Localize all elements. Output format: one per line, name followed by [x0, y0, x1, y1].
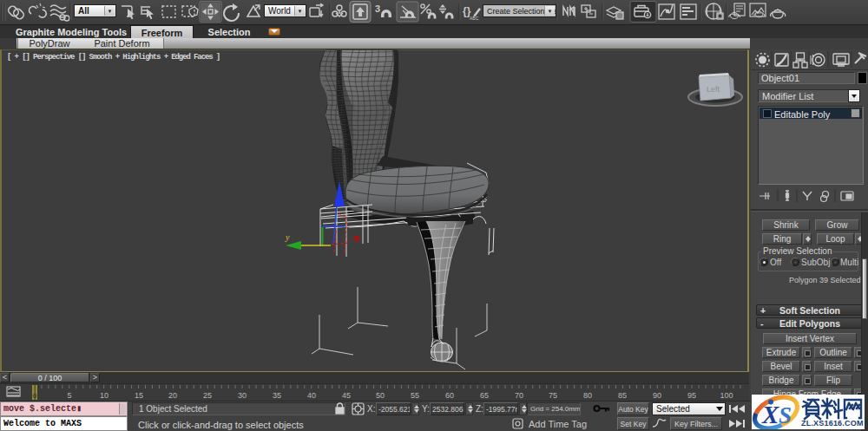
svg-text:X: X	[761, 401, 779, 428]
svg-text:90: 90	[653, 391, 661, 400]
svg-text:65: 65	[480, 391, 489, 400]
svg-text:ABC: ABC	[470, 16, 479, 21]
svg-text:25: 25	[203, 391, 212, 400]
svg-text:85: 85	[618, 391, 627, 400]
svg-text:20: 20	[168, 391, 177, 400]
svg-text:50: 50	[376, 391, 385, 400]
svg-text:75: 75	[549, 391, 557, 400]
svg-text:3: 3	[375, 3, 380, 14]
svg-text:30: 30	[238, 391, 247, 400]
svg-text:95: 95	[687, 391, 696, 400]
svg-text:0: 0	[33, 392, 37, 400]
svg-text:55: 55	[411, 391, 419, 400]
svg-text:5: 5	[67, 391, 71, 400]
svg-text:40: 40	[307, 391, 316, 400]
svg-text:ZL.XS1616.COM: ZL.XS1616.COM	[801, 419, 864, 428]
svg-text:80: 80	[583, 391, 592, 400]
svg-text:S: S	[779, 402, 792, 428]
svg-text:60: 60	[445, 391, 454, 400]
svg-text:10: 10	[100, 391, 108, 400]
svg-text:35: 35	[273, 391, 281, 400]
svg-text:Left: Left	[707, 85, 720, 94]
svg-text:100: 100	[720, 391, 733, 400]
svg-text:70: 70	[515, 391, 523, 400]
svg-text:15: 15	[135, 391, 143, 400]
svg-text:45: 45	[342, 391, 351, 400]
svg-text:y: y	[285, 232, 290, 242]
